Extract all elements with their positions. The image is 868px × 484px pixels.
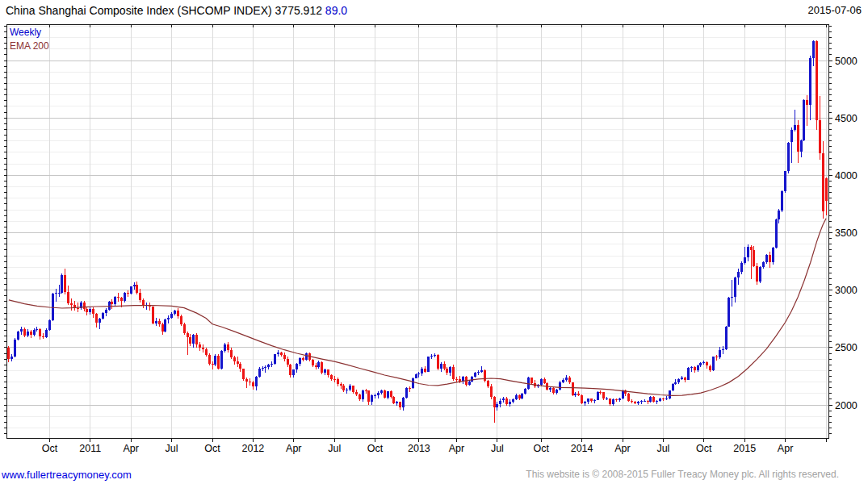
y-axis-label: 4000: [835, 170, 858, 182]
candle-body: [502, 398, 505, 401]
candle-body: [133, 285, 136, 287]
candle-body: [587, 398, 589, 402]
candle-body: [644, 401, 646, 402]
candle-body: [734, 277, 736, 297]
candle-body: [249, 382, 251, 382]
x-axis-label: 2015: [733, 443, 756, 454]
candle-body: [772, 248, 774, 263]
x-axis-label: 2014: [571, 443, 593, 454]
candle-body: [697, 365, 699, 370]
copyright-text: This website is © 2008-2015 Fuller Treac…: [526, 469, 839, 480]
candle-body: [568, 378, 571, 382]
candle-body: [744, 257, 746, 263]
candle-body: [794, 125, 796, 131]
x-axis-label: Apr: [778, 443, 793, 454]
candle-body: [340, 384, 342, 386]
candle-body: [42, 336, 44, 337]
candle-body: [584, 402, 586, 403]
y-axis-labels: 2000250030003500400045005000: [835, 56, 858, 411]
candle-body: [515, 395, 518, 399]
candle-body: [577, 394, 580, 396]
candle-body: [412, 378, 414, 388]
candle-body: [446, 369, 448, 373]
candle-body: [233, 357, 236, 361]
candle-body: [437, 355, 439, 369]
x-axis-label: Jul: [166, 443, 178, 454]
candle-body: [702, 362, 705, 364]
candle-body: [365, 390, 367, 391]
candle-body: [402, 398, 405, 407]
candle-body: [262, 368, 264, 369]
candle-body: [199, 344, 201, 348]
candle-body: [58, 293, 61, 294]
candle-body: [493, 397, 496, 407]
x-axis-label: Jul: [328, 443, 341, 454]
candle-body: [434, 355, 436, 356]
candle-body: [694, 367, 696, 370]
website-link[interactable]: www.fullertreacymoney.com: [2, 469, 132, 481]
candle-body: [108, 302, 111, 310]
candle-body: [283, 355, 286, 359]
candle-body: [45, 330, 48, 337]
candle-body: [769, 255, 771, 263]
candle-body: [656, 401, 658, 402]
candle-body: [242, 369, 245, 379]
candle-body: [264, 367, 266, 368]
candle-body: [812, 41, 815, 57]
candle-body: [312, 360, 314, 365]
candle-body: [252, 382, 254, 386]
candle-body: [427, 357, 430, 371]
candle-body: [255, 377, 258, 386]
candle-body: [164, 319, 166, 332]
candle-body: [484, 370, 486, 381]
candle-body: [20, 329, 23, 332]
ema-line: [9, 219, 826, 396]
candle-body: [490, 386, 493, 397]
candle-body: [722, 349, 724, 350]
candle-body: [205, 349, 208, 355]
y-axis-label: 2500: [835, 342, 858, 353]
candle-body: [816, 41, 818, 120]
candle-body: [480, 370, 483, 372]
candle-body: [92, 309, 94, 315]
candle-body: [496, 404, 498, 407]
candle-body: [530, 378, 533, 382]
candle-body: [267, 365, 270, 367]
candle-body: [120, 298, 123, 301]
candle-body: [17, 332, 19, 339]
candle-body: [392, 397, 395, 403]
candle-body: [452, 367, 455, 379]
candle-body: [237, 361, 239, 364]
candle-body: [67, 292, 69, 303]
candle-body: [449, 367, 451, 373]
chart-window: China Shanghai Composite Index (SHCOMP I…: [0, 0, 868, 484]
candle-body: [352, 386, 354, 392]
x-axis-label: Apr: [449, 443, 464, 454]
candle-body: [787, 143, 790, 172]
candle-body: [593, 400, 596, 402]
candle-body: [672, 384, 674, 390]
candle-body: [296, 364, 298, 370]
candle-body: [825, 178, 828, 201]
candle-body: [127, 293, 129, 294]
candle-body: [669, 390, 671, 398]
candle-body: [421, 369, 423, 373]
candle-body: [556, 390, 558, 393]
candle-body: [524, 389, 526, 394]
candle-body: [83, 302, 86, 309]
candle-body: [124, 293, 126, 301]
candle-body: [652, 397, 655, 402]
candle-body: [33, 330, 36, 335]
y-axis-label: 3500: [835, 227, 858, 239]
candle-body: [681, 378, 683, 379]
candle-body: [797, 125, 799, 152]
candlesticks: [7, 40, 827, 423]
candle-body: [377, 393, 379, 394]
candle-body: [521, 394, 523, 398]
candle-body: [637, 402, 639, 403]
candle-body: [699, 363, 702, 365]
x-axis-label: Jul: [656, 443, 669, 454]
candle-body: [230, 350, 233, 357]
candle-body: [540, 379, 543, 386]
candle-body: [277, 353, 279, 355]
